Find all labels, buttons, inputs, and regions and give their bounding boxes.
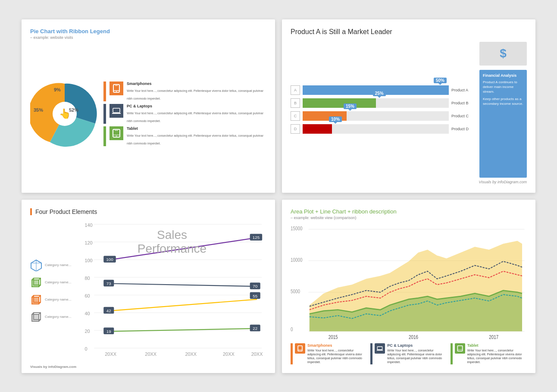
bar-pct-c: 15% [344,103,357,109]
slide-area-plot: Area Plot + Line Chart + ribbon descript… [282,200,535,373]
svg-text:125: 125 [253,235,260,240]
line-chart: Sales Performance 140 120 100 80 60 40 2… [78,220,266,363]
svg-text:19: 19 [106,329,111,333]
product-label-1: Category name... [45,263,71,267]
svg-text:👆: 👆 [59,108,71,119]
smartphones-icon [110,82,123,95]
product-item-3: Category name... [30,294,73,306]
money-box: $ [479,42,527,66]
svg-rect-28 [32,314,39,321]
svg-text:10000: 10000 [291,257,302,263]
bar-chart: A 50% Product A B 25% Product B [291,42,475,178]
svg-text:2016: 2016 [409,334,418,339]
slide2-title: Product A is Still a Market Leader [291,28,527,36]
s4-tablet-text: Tablet Write Your text here..., consecte… [467,343,527,364]
s4-smartphones: Smartphones Write Your text here..., con… [291,343,367,364]
svg-point-10 [116,136,117,137]
svg-rect-86 [457,346,462,351]
svg-text:22: 22 [253,326,257,330]
analysis-text2: Keep other products as a secondary incom… [483,97,523,106]
product-icon-3 [30,294,42,306]
svg-text:40: 40 [84,310,90,316]
svg-rect-4 [115,85,118,86]
product-icon-4 [30,311,42,323]
product-icon-2 [30,276,42,289]
svg-text:20XX: 20XX [223,351,235,356]
laptops-text: PC & Laptops Write Your text here..., co… [127,104,266,124]
svg-text:5000: 5000 [291,289,300,294]
svg-text:0: 0 [84,346,87,351]
smartphones-text: Smartphones Write Your text here..., con… [127,82,266,101]
bar-track-d: 10% [303,124,449,134]
bar-row-d: D 10% Product D [291,124,475,134]
s4-tablet-ribbon [451,343,453,364]
area-chart-svg: 15000 10000 5000 0 2015 2016 2017 [291,223,527,340]
product-item-2: Category name... [30,276,73,289]
slide-pie-chart: Pie Chart with Ribbon Legend – example: … [22,19,275,193]
s4-smartphones-ribbon [291,343,293,364]
svg-text:60: 60 [84,293,90,298]
svg-text:20XX: 20XX [105,351,116,356]
svg-text:2015: 2015 [329,334,338,339]
slide1-content: 👆 9% 35% 52% Smartphones [30,44,266,184]
slide3-content: Category name... Category [30,220,266,363]
svg-text:140: 140 [84,222,92,227]
legend-item-laptops: PC & Laptops Write Your text here..., co… [103,104,266,124]
svg-line-15 [36,260,41,263]
smartphones-ribbon [103,82,106,101]
s4-laptops-ribbon [370,343,372,364]
bar-track-c: 15% [303,111,449,121]
bar-name-c: Product C [451,114,475,118]
product-label-4: Category name... [45,315,71,319]
s4-tablet-icon [455,343,465,354]
bar-pct-a: 50% [434,78,447,83]
laptops-icon [110,104,123,118]
analysis-box: Financial Analysis Product A continues t… [479,70,527,178]
svg-rect-82 [298,346,302,351]
slide3-title: Four Product Elements [30,208,266,215]
slide2-side: $ Financial Analysis Product A continues… [479,42,527,178]
bar-row-c: C 15% Product C [291,111,475,121]
svg-text:100: 100 [84,257,92,263]
tablet-text: Tablet Write Your text here..., consecte… [127,126,266,146]
bar-name-b: Product B [451,101,475,105]
slide1-subtitle: – example: website visits [30,35,266,40]
s4-smartphones-text: Smartphones Write Your text here..., con… [307,343,367,364]
product-item-4: Category name... [30,311,73,323]
analysis-text1: Product A continues to deliver main inco… [483,80,523,94]
s4-laptops-icon [375,343,385,354]
svg-text:15000: 15000 [291,226,302,231]
tablet-ribbon [103,126,106,146]
area-chart: 15000 10000 5000 0 2015 2016 2017 [291,223,527,340]
bar-track-b: 25% [303,98,449,108]
svg-rect-84 [378,347,382,350]
slide4-subtitle: – example: website view (comparison) [291,216,527,220]
slide2-content: A 50% Product A B 25% Product B [291,42,527,178]
svg-text:2017: 2017 [489,334,498,339]
svg-text:100: 100 [106,257,113,262]
slide4-legend: Smartphones Write Your text here..., con… [291,343,527,364]
svg-text:20: 20 [84,328,90,333]
product-list: Category name... Category [30,220,73,363]
bar-fill-b [303,98,376,108]
svg-text:73: 73 [106,281,111,285]
bar-row-b: B 25% Product B [291,98,475,108]
bar-letter-d: D [291,124,300,134]
svg-rect-6 [113,108,120,113]
bar-letter-a: A [291,85,300,95]
svg-text:20XX: 20XX [185,351,197,356]
svg-text:42: 42 [106,308,111,313]
bar-letter-c: C [291,111,300,121]
pie-chart: 👆 9% 35% 52% [30,79,99,148]
product-label-3: Category name... [45,298,71,302]
slide4-title: Area Plot + Line Chart + ribbon descript… [291,208,527,215]
money-symbol: $ [500,47,507,60]
bar-fill-d [303,124,332,134]
bar-pct-d: 10% [329,116,342,122]
s4-laptops: PC & Laptops Write Your text here..., co… [370,343,447,364]
bar-letter-b: B [291,98,300,108]
legend-item-tablet: Tablet Write Your text here..., consecte… [103,126,266,146]
main-canvas: Pie Chart with Ribbon Legend – example: … [22,19,535,373]
legend-items: Smartphones Write Your text here..., con… [99,82,266,146]
svg-text:20XX: 20XX [145,351,156,356]
